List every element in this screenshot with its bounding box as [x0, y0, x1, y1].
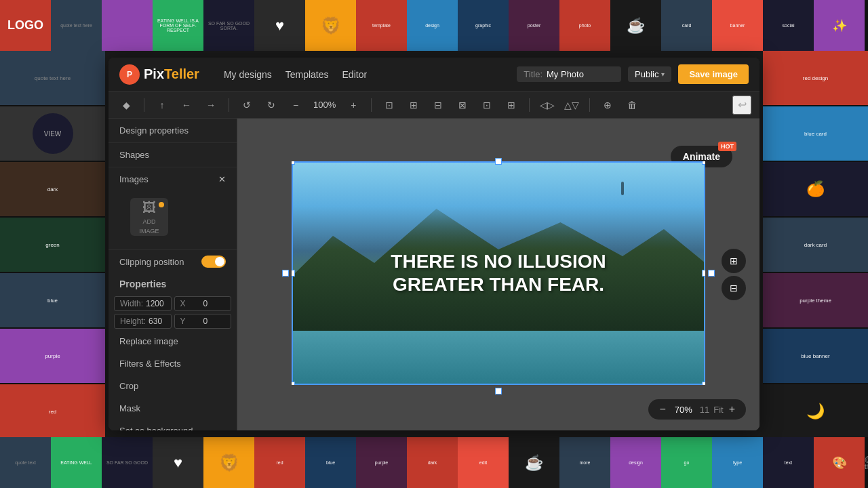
handle-middle-left[interactable] [292, 270, 295, 277]
visibility-dropdown[interactable]: Public ▾ [628, 66, 671, 82]
thumb-item[interactable]: 🌙 [763, 384, 868, 437]
handle-outer-bottom[interactable] [495, 388, 502, 394]
nav-links: My designs Templates Editor [224, 69, 367, 80]
align-top-button[interactable]: ⊠ [453, 96, 472, 115]
x-field: X 0 [174, 296, 232, 311]
banner-item [102, 0, 153, 51]
thumb-item[interactable]: green [0, 218, 105, 272]
replace-image-item[interactable]: Replace image [108, 330, 237, 352]
handle-top-center[interactable] [495, 161, 502, 165]
zoom-in-button[interactable]: + [344, 96, 363, 115]
zoom-controls: − 70% 11 Fit + [648, 399, 746, 420]
rotate-cw-button[interactable]: ↻ [262, 96, 281, 115]
undo-button[interactable]: ↩ [732, 96, 751, 115]
shapes-title[interactable]: Shapes [108, 143, 237, 167]
thumb-item[interactable]: blue [0, 273, 105, 327]
clipping-label: Clipping position [119, 257, 184, 267]
zoom-fit-label[interactable]: Fit [713, 405, 723, 415]
x-label: X [180, 299, 201, 308]
handle-top-right[interactable] [702, 161, 705, 165]
set-background-item[interactable]: Set as background [108, 420, 237, 430]
expand-button[interactable]: ⊞ [722, 249, 746, 273]
height-field: Height: 630 [114, 314, 172, 329]
thumb-item[interactable]: 🍊 [763, 162, 868, 216]
delete-button[interactable]: 🗑 [623, 96, 642, 115]
thumb-item[interactable]: blue card [763, 106, 868, 161]
left-panel: Design properties Shapes Images ✕ 🖼 ADD … [108, 119, 237, 430]
image-icon: 🖼 [142, 200, 156, 216]
align-middle-button[interactable]: ⊡ [477, 96, 496, 115]
align-left-edge-button[interactable]: ⊡ [380, 96, 399, 115]
crop-item[interactable]: Crop [108, 375, 237, 397]
toolbar-separator [229, 98, 229, 112]
align-right-edge-button[interactable]: ⊟ [429, 96, 448, 115]
thumb-item[interactable]: VIEW [0, 106, 105, 161]
thumb-item[interactable]: purple theme [763, 273, 868, 327]
banner-item: social [763, 0, 814, 51]
canvas-quote: THERE IS NO ILLUSION GREATER THAN FEAR. [391, 250, 606, 296]
banner-item: design [407, 0, 458, 51]
move-up-button[interactable]: ↑ [153, 96, 172, 115]
quote-line2: GREATER THAN FEAR. [391, 273, 606, 296]
thumb-item[interactable]: dark card [763, 218, 868, 272]
banner-item: dark [407, 437, 458, 488]
banner-item: photo [559, 0, 610, 51]
handle-middle-right[interactable] [702, 270, 705, 277]
add-image-button[interactable]: 🖼 ADD IMAGE [130, 198, 168, 236]
handle-outer-right[interactable] [708, 270, 715, 277]
nav-my-designs[interactable]: My designs [224, 69, 272, 80]
canvas-container[interactable]: THERE IS NO ILLUSION GREATER THAN FEAR. [292, 161, 705, 388]
title-input[interactable] [547, 69, 614, 79]
crop-button[interactable]: ⊕ [598, 96, 617, 115]
banner-item: quote text [0, 437, 51, 488]
thumb-item[interactable]: red [0, 384, 105, 437]
align-center-button[interactable]: ⊞ [404, 96, 423, 115]
chevron-down-icon: ▾ [661, 70, 665, 78]
rotate-button[interactable]: ↺ [237, 96, 256, 115]
zoom-minus-button[interactable]: − [658, 403, 667, 415]
toolbar-separator [371, 98, 372, 112]
zoom-plus-button[interactable]: + [728, 403, 736, 415]
handle-bottom-left[interactable] [292, 382, 295, 385]
right-sidebar: red design blue card 🍊 dark card purple … [763, 51, 868, 437]
banner-item: red [254, 437, 305, 488]
zoom-percent: 100% [311, 100, 338, 110]
align-right-button[interactable]: → [201, 96, 220, 115]
diamond-tool-button[interactable]: ◆ [117, 96, 136, 115]
toolbar: ◆ ↑ ← → ↺ ↻ − 100% + ⊡ ⊞ ⊟ ⊠ ⊡ ⊞ ◁▷ △▽ ⊕… [108, 92, 760, 119]
clipping-toggle[interactable] [201, 256, 226, 268]
nav-templates[interactable]: Templates [285, 69, 329, 80]
handle-outer-left[interactable] [282, 270, 289, 277]
images-section-header: Images ✕ [108, 167, 237, 191]
logo-teller: Teller [164, 66, 199, 82]
mask-item[interactable]: Mask [108, 397, 237, 420]
align-left-button[interactable]: ← [177, 96, 196, 115]
zoom-percent-label: 70% [671, 405, 696, 415]
thumb-item[interactable]: dark [0, 162, 105, 216]
nav-editor[interactable]: Editor [342, 69, 368, 80]
filters-effects-item[interactable]: Filters & Effects [108, 352, 237, 375]
design-properties-title[interactable]: Design properties [108, 119, 237, 143]
handle-bottom-right[interactable] [702, 382, 705, 385]
save-image-button[interactable]: Save image [678, 64, 749, 84]
flip-h-button[interactable]: ◁▷ [538, 96, 557, 115]
images-section: Images ✕ 🖼 ADD IMAGE [108, 167, 237, 250]
flip-v-button[interactable]: △▽ [562, 96, 581, 115]
zoom-out-button[interactable]: − [286, 96, 305, 115]
distribute-h-button[interactable]: ⊞ [502, 96, 521, 115]
banner-item: ♥ [254, 0, 305, 51]
thumb-item[interactable]: blue banner [763, 329, 868, 383]
banner-item: EATING WELL [51, 437, 102, 488]
thumb-item[interactable]: red design [763, 51, 868, 105]
banner-item: LOGO [0, 0, 51, 51]
contract-button[interactable]: ⊟ [722, 276, 746, 300]
thumb-item[interactable]: quote text here [0, 51, 105, 105]
toolbar-separator [589, 98, 590, 112]
thumb-item[interactable]: purple [0, 329, 105, 383]
handle-top-left[interactable] [292, 161, 295, 165]
close-images-icon[interactable]: ✕ [218, 174, 226, 184]
title-label: Title: [524, 69, 542, 79]
content-area: Design properties Shapes Images ✕ 🖼 ADD … [108, 119, 760, 430]
add-label: ADD [142, 218, 155, 225]
banner-item: type [712, 437, 763, 488]
